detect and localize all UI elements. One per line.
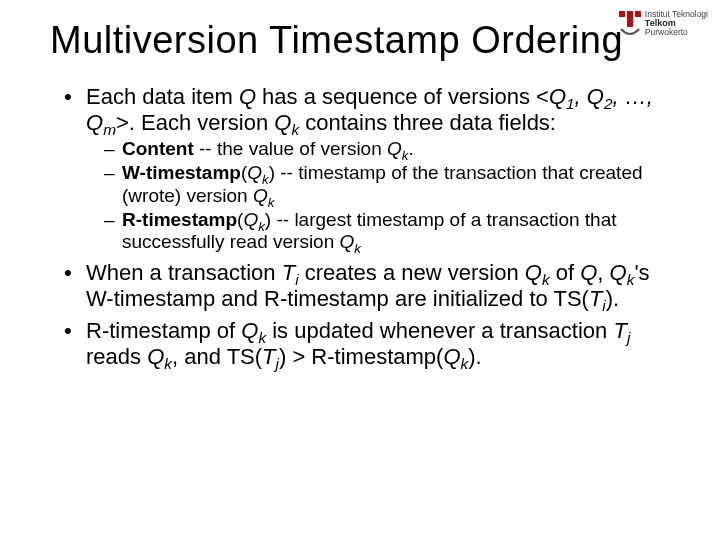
bullet-2: When a transaction Ti creates a new vers…	[64, 260, 670, 312]
bullet-list: Each data item Q has a sequence of versi…	[50, 84, 670, 370]
sub-bullet-wtimestamp: W-timestamp(Qk) -- timestamp of the tran…	[104, 162, 670, 207]
logo-line3: Purwokerto	[645, 27, 688, 37]
bullet-3: R-timestamp of Qk is updated whenever a …	[64, 318, 670, 370]
sub-list: Content -- the value of version Qk. W-ti…	[86, 138, 670, 254]
brand-logo: Institut Teknologi Telkom Purwokerto	[619, 10, 708, 37]
sub-bullet-content: Content -- the value of version Qk.	[104, 138, 670, 160]
logo-text: Institut Teknologi Telkom Purwokerto	[645, 10, 708, 37]
logo-mark-icon	[619, 11, 641, 37]
slide: Multiversion Timestamp Ordering Each dat…	[0, 0, 720, 396]
svg-rect-2	[635, 11, 641, 17]
bullet-1: Each data item Q has a sequence of versi…	[64, 84, 670, 254]
svg-rect-0	[627, 11, 633, 27]
slide-title: Multiversion Timestamp Ordering	[50, 20, 670, 62]
sub-bullet-rtimestamp: R-timestamp(Qk) -- largest timestamp of …	[104, 209, 670, 254]
svg-rect-1	[619, 11, 625, 17]
